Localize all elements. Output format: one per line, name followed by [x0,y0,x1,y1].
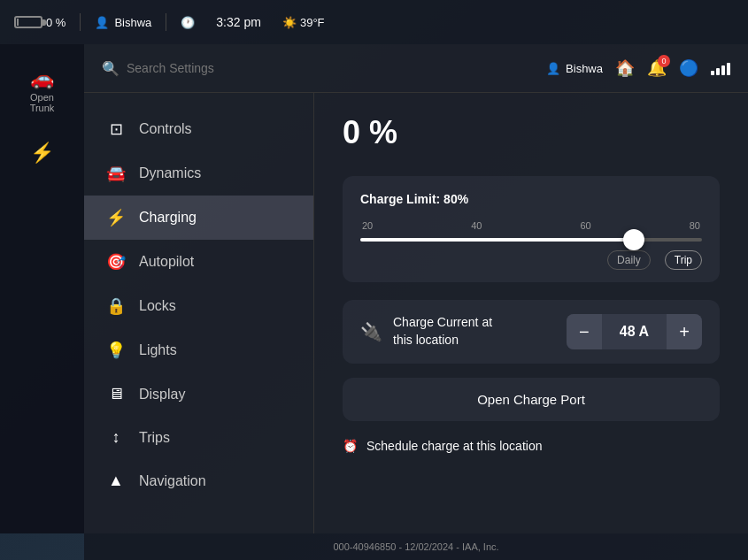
slider-label-20: 20 [362,220,373,231]
bluetooth-icon[interactable]: 🔵 [679,58,698,78]
sidebar-item-trips[interactable]: ↕ Trips [84,416,313,459]
slider-track-wrapper [360,238,702,242]
trips-icon: ↕ [105,428,127,447]
battery-percentage: 0 % [46,16,66,29]
search-input[interactable] [127,61,286,75]
autopilot-label: Autopilot [139,254,194,270]
slider-badges: Daily Trip [360,250,702,270]
controls-icon: ⊡ [105,119,127,139]
temperature: 39°F [300,16,325,29]
locks-label: Locks [139,298,176,314]
battery-status: 0 % [14,16,66,29]
locks-icon: 🔒 [105,296,127,316]
lights-label: Lights [139,342,177,358]
header-right: 👤 Bishwa 🏠 🔔 0 🔵 [546,58,730,78]
settings-panel: 🔍 👤 Bishwa 🏠 🔔 0 🔵 [84,44,748,533]
charge-current-label: Charge Current at this location [393,314,492,349]
sidebar-item-display[interactable]: 🖥 Display [84,372,313,416]
schedule-icon: ⏰ [343,439,358,453]
settings-header: 🔍 👤 Bishwa 🏠 🔔 0 🔵 [84,44,748,93]
sidebar-item-charging[interactable]: ⚡ Charging [84,196,313,240]
slider-label-80: 80 [690,220,700,231]
charge-decrease-button[interactable]: − [567,314,602,349]
dynamics-label: Dynamics [139,165,201,181]
status-time: 3:32 pm [216,15,261,29]
header-username: Bishwa [566,62,603,75]
search-area: 🔍 [102,60,532,77]
charge-current-value: 48 A [602,324,667,340]
navigation-icon: ▲ [105,472,127,490]
ev-bolt-icon: ⚡ [30,142,54,165]
charge-current-left: 🔌 Charge Current at this location [360,314,492,349]
signal-bar-2 [716,68,720,75]
navigation-label: Navigation [139,473,206,489]
autopilot-icon: 🎯 [105,252,127,272]
charging-icon: ⚡ [105,208,127,227]
trunk-icon: 🚗 [30,67,55,90]
slider-label-60: 60 [581,220,591,231]
charge-limit-section: Charge Limit: 80% 20 40 60 80 Daily Trip [343,176,720,282]
user-icon: 👤 [95,16,109,29]
signal-bar-3 [721,65,725,75]
notification-badge: 0 [658,55,670,67]
main-content: ⊡ Controls 🚘 Dynamics ⚡ Charging 🎯 Autop… [84,93,748,533]
slider-label-40: 40 [471,220,482,231]
schedule-charge-label: Schedule charge at this location [366,439,542,453]
charge-limit-label: Charge Limit: 80% [360,192,702,206]
open-charge-port-button[interactable]: Open Charge Port [343,378,720,421]
battery-icon [14,16,42,28]
lights-icon: 💡 [105,341,127,360]
status-username: Bishwa [114,16,151,29]
slider-thumb[interactable] [623,229,644,250]
charge-current-control: − 48 A + [567,314,702,349]
charge-current-section: 🔌 Charge Current at this location − 48 A… [343,300,720,364]
notification-wrap: 🔔 0 [647,58,667,78]
left-edge-panel: 🚗 OpenTrunk ⚡ [0,44,84,533]
status-divider-2 [166,13,166,31]
trunk-label: OpenTrunk [30,92,55,113]
sidebar-item-autopilot[interactable]: 🎯 Autopilot [84,240,313,284]
slider-fill [360,238,634,242]
trip-badge[interactable]: Trip [665,250,702,270]
settings-sidebar: ⊡ Controls 🚘 Dynamics ⚡ Charging 🎯 Autop… [84,93,314,533]
signal-bars [711,61,730,75]
display-icon: 🖥 [105,385,127,403]
header-user: 👤 Bishwa [546,62,603,75]
bottom-bar: 000-40946850 - 12/02/2024 - IAA, Inc. [84,533,748,560]
slider-track [360,238,702,242]
sidebar-item-navigation[interactable]: ▲ Navigation [84,459,313,502]
controls-label: Controls [139,121,192,137]
schedule-charge-row: ⏰ Schedule charge at this location [343,439,720,453]
clock-icon: 🕐 [181,16,195,29]
charging-label: Charging [139,210,197,226]
content-area: 0 % Charge Limit: 80% 20 40 60 80 [314,93,748,533]
sidebar-item-controls[interactable]: ⊡ Controls [84,107,313,151]
daily-badge[interactable]: Daily [607,250,651,270]
home-icon[interactable]: 🏠 [615,58,635,78]
weather-icon: ☀️ [282,16,297,29]
sidebar-item-lights[interactable]: 💡 Lights [84,328,313,372]
display-label: Display [139,387,185,403]
signal-bar-4 [727,63,730,75]
status-bar: 0 % 👤 Bishwa 🕐 3:32 pm ☀️ 39°F [0,0,748,44]
plug-icon: 🔌 [360,321,382,342]
dynamics-icon: 🚘 [105,164,127,183]
status-divider [80,13,81,31]
status-user: 👤 Bishwa [95,16,151,29]
charge-increase-button[interactable]: + [667,314,702,349]
page-title: 0 % [343,114,720,151]
ev-status-item[interactable]: ⚡ [25,136,59,170]
header-user-icon: 👤 [546,62,560,75]
open-trunk-button[interactable]: 🚗 OpenTrunk [25,62,60,119]
status-clock-icon-wrap: 🕐 [181,16,195,29]
trips-label: Trips [139,430,170,446]
sidebar-item-locks[interactable]: 🔒 Locks [84,284,313,328]
bottom-bar-text: 000-40946850 - 12/02/2024 - IAA, Inc. [333,541,498,552]
search-icon: 🔍 [102,60,120,77]
signal-bar-1 [711,71,714,75]
sidebar-item-dynamics[interactable]: 🚘 Dynamics [84,151,313,196]
slider-labels: 20 40 60 80 [360,220,702,231]
status-weather: ☀️ 39°F [282,16,325,29]
